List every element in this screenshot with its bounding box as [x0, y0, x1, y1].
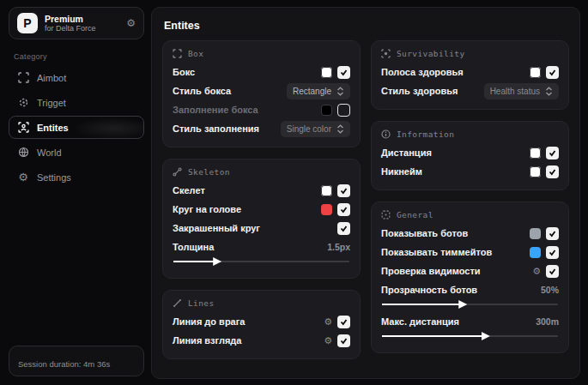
dashed-grid-icon — [381, 210, 391, 220]
panel-general-header: General — [381, 210, 559, 220]
panel-information-header: Information — [381, 129, 559, 139]
panel-lines-header: Lines — [173, 298, 350, 308]
setting-row-show-bots: Показывать ботов — [381, 224, 559, 243]
sidebar-item-label: Trigget — [37, 98, 66, 108]
checkbox-nickname[interactable] — [546, 165, 559, 178]
chevron-up-down-icon — [336, 87, 344, 96]
slider-thumb[interactable] — [458, 300, 467, 309]
color-swatch-show-bots[interactable] — [530, 228, 541, 239]
bots-opacity-slider[interactable] — [382, 300, 558, 309]
setting-row-fill-style: Стиль заполнения Single color — [173, 119, 350, 138]
brand-title: Premium — [45, 14, 119, 24]
color-swatch-skeleton[interactable] — [321, 185, 332, 196]
person-scan-icon — [17, 122, 29, 134]
panel-information: Information Дистанция Никнейм — [371, 121, 569, 190]
max-distance-value: 300m — [536, 316, 559, 327]
color-swatch-distance[interactable] — [530, 147, 541, 159]
setting-row-bots-opacity: Прозрачность ботов 50% — [381, 280, 559, 299]
sidebar-item-settings[interactable]: ⚙ Settings — [9, 165, 144, 189]
fill-style-select[interactable]: Single color — [281, 121, 350, 137]
panel-lines: Lines Линия до врага ⚙ Линия взгляда ⚙ — [162, 290, 361, 359]
setting-row-distance: Дистанция — [381, 143, 559, 162]
setting-row-visibility-check: Проверка видимости ⚙ — [381, 262, 559, 280]
sidebar-item-entites[interactable]: Entites — [9, 116, 144, 139]
diagonal-line-icon — [173, 298, 182, 308]
line-settings-icon[interactable]: ⚙ — [324, 336, 332, 346]
bone-icon — [173, 167, 182, 177]
panel-skeleton-header: Skeleton — [173, 167, 350, 177]
brand-card: P Premium for Delta Force ⚙ — [9, 7, 144, 39]
setting-row-filled-circle: Закрашенный круг — [173, 219, 350, 238]
setting-row-line-of-sight: Линия взгляда ⚙ — [173, 331, 350, 350]
panel-general: General Показывать ботов Показывать тимм… — [371, 202, 569, 353]
panel-survivability: Survivability Полоса здоровья Стиль здор… — [371, 40, 569, 110]
brand-subtitle: for Delta Force — [45, 24, 119, 33]
sidebar-item-label: World — [37, 147, 62, 158]
setting-row-nickname: Никнейм — [381, 162, 559, 181]
line-settings-icon[interactable]: ⚙ — [324, 317, 332, 327]
session-card: Session duration: 4m 36s — [9, 346, 144, 376]
max-distance-slider[interactable] — [382, 332, 558, 340]
setting-row-health-bar: Полоса здоровья — [381, 63, 559, 81]
chevron-up-down-icon — [545, 87, 553, 96]
health-style-select[interactable]: Health status — [484, 83, 559, 99]
panel-box-header: Box — [173, 49, 350, 58]
color-swatch-box[interactable] — [321, 67, 332, 78]
color-swatch-head-circle[interactable] — [321, 204, 332, 215]
checkbox-head-circle[interactable] — [337, 203, 350, 216]
thickness-slider[interactable] — [173, 257, 349, 266]
checkbox-line-to-enemy[interactable] — [337, 316, 350, 328]
color-swatch-box-fill[interactable] — [321, 105, 332, 116]
checkbox-box-fill[interactable] — [337, 104, 350, 117]
sidebar-item-label: Aimbot — [37, 73, 66, 83]
crosshair-dot-icon — [17, 97, 29, 109]
info-icon — [381, 129, 391, 139]
main-content: Entites Box Бокс — [151, 7, 580, 379]
color-swatch-nickname[interactable] — [530, 166, 541, 177]
crosshair-brackets-icon — [17, 72, 29, 84]
sidebar-item-world[interactable]: World — [9, 141, 144, 164]
checkbox-health-bar[interactable] — [546, 66, 559, 79]
setting-row-health-style: Стиль здоровья Health status — [381, 81, 559, 100]
panel-survivability-header: Survivability — [381, 49, 559, 58]
box-style-select[interactable]: Rectangle — [287, 83, 350, 99]
brand-text: Premium for Delta Force — [45, 14, 119, 33]
checkbox-box[interactable] — [337, 66, 350, 79]
checkbox-skeleton[interactable] — [337, 184, 350, 197]
setting-row-head-circle: Круг на голове — [173, 200, 350, 219]
checkbox-distance[interactable] — [546, 147, 559, 159]
setting-row-skeleton: Скелет — [173, 181, 350, 200]
session-duration: Session duration: 4m 36s — [18, 359, 110, 369]
setting-row-line-to-enemy: Линия до врага ⚙ — [173, 312, 350, 331]
app-logo: P — [17, 13, 38, 33]
setting-row-box-fill: Заполнение бокса — [173, 100, 350, 119]
settings-icon[interactable]: ⚙ — [126, 18, 136, 28]
checkbox-show-teammates[interactable] — [546, 246, 559, 259]
box-brackets-icon — [173, 49, 182, 58]
checkbox-line-of-sight[interactable] — [337, 334, 350, 347]
thickness-value: 1.5px — [327, 242, 350, 252]
checkbox-filled-circle[interactable] — [337, 222, 350, 235]
color-swatch-show-teammates[interactable] — [530, 247, 541, 258]
sidebar-item-trigget[interactable]: Trigget — [9, 91, 144, 114]
panel-skeleton: Skeleton Скелет Круг на голове — [162, 159, 361, 279]
color-swatch-health-bar[interactable] — [530, 67, 541, 78]
setting-row-box-style: Стиль бокса Rectangle — [173, 81, 350, 100]
page-title: Entites — [164, 20, 569, 32]
globe-icon — [17, 147, 29, 159]
slider-thumb[interactable] — [213, 257, 221, 266]
sidebar: P Premium for Delta Force ⚙ Category Aim… — [0, 0, 151, 385]
sidebar-item-aimbot[interactable]: Aimbot — [9, 66, 144, 89]
setting-row-thickness: Толщина 1.5px — [173, 238, 350, 256]
sidebar-nav: Aimbot Trigget Entites — [9, 66, 144, 189]
checkbox-visibility-check[interactable] — [546, 265, 559, 278]
slider-thumb[interactable] — [482, 332, 490, 340]
sidebar-item-label: Settings — [37, 172, 71, 183]
setting-row-box: Бокс — [173, 63, 350, 81]
sidebar-item-label: Entites — [37, 123, 69, 133]
chevron-up-down-icon — [336, 124, 344, 134]
gear-icon: ⚙ — [17, 171, 29, 183]
checkbox-show-bots[interactable] — [546, 227, 559, 240]
setting-row-show-teammates: Показывать тиммейтов — [381, 243, 559, 262]
visibility-settings-icon[interactable]: ⚙ — [532, 267, 541, 276]
